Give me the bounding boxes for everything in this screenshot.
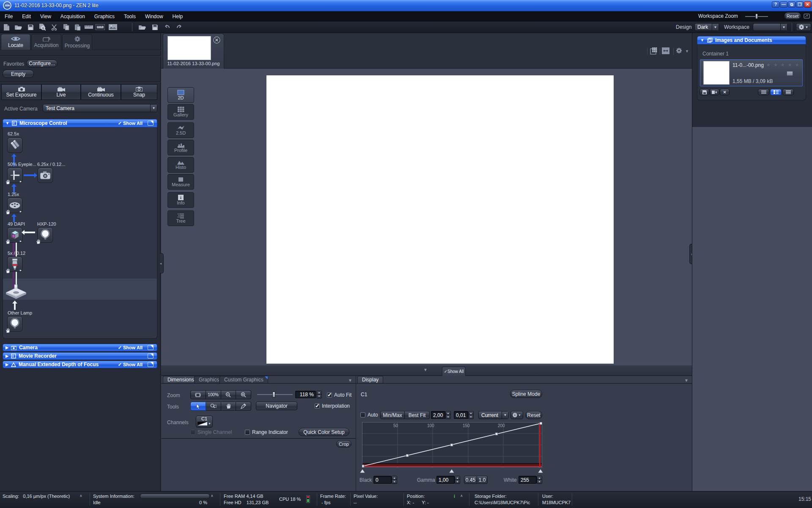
zoom-fit-button[interactable] <box>190 390 206 399</box>
gamma-field[interactable]: 1,00 <box>436 476 455 484</box>
zoom-value-field[interactable]: 118 % <box>295 391 316 398</box>
view-tab-2d[interactable]: 2D <box>167 87 194 103</box>
image-icon[interactable] <box>108 23 118 31</box>
view-settings-gear-icon[interactable] <box>676 48 682 53</box>
view-tab-25d[interactable]: 2.5D <box>167 122 194 138</box>
save-icon[interactable] <box>26 23 35 31</box>
pointer-tool-button[interactable] <box>190 402 206 411</box>
gamma-045-button[interactable]: 0.45 <box>464 476 477 484</box>
navigator-button[interactable]: Navigator <box>256 402 297 410</box>
item-rating-stars[interactable]: ★ ★ ★ ★ ★ <box>766 62 800 68</box>
image-list-item[interactable]: 11-0...-00.png ★ ★ ★ ★ ★ 1,55 MB / 3,09 … <box>700 59 803 86</box>
minimize-button[interactable]: — <box>780 1 787 8</box>
crop-button[interactable]: Crop <box>336 440 351 447</box>
bestfit-button[interactable]: Best Fit <box>405 411 430 419</box>
menu-view[interactable]: View <box>36 14 56 19</box>
single-channel-checkbox[interactable]: Single Channel <box>190 429 232 435</box>
expand-arrow-icon[interactable]: ▶ <box>5 362 8 367</box>
expand-arrow-icon[interactable]: ▶ <box>5 345 8 350</box>
black-field[interactable]: 0 <box>373 476 392 484</box>
ruler-icon[interactable] <box>84 23 93 31</box>
view-mode-compact-button[interactable] <box>782 89 794 95</box>
microscope-show-all[interactable]: ✓ Show All <box>118 121 143 126</box>
current-select[interactable]: Current▼ <box>478 411 509 419</box>
percentile-spinner[interactable]: ▲▼ <box>468 411 474 419</box>
zoom-value-spinner[interactable]: ▲▼ <box>316 391 322 398</box>
tab-custom-graphics[interactable]: Custom Graphics <box>219 376 268 383</box>
display-settings-button[interactable]: ▼ <box>510 411 523 419</box>
white-spinner[interactable]: ▲▼ <box>537 476 542 484</box>
white-slider-handle[interactable] <box>538 469 543 473</box>
scaling-expand-icon[interactable]: ∧ <box>80 494 82 498</box>
active-camera-select[interactable]: Test Camera▼ <box>43 104 157 112</box>
gamma-10-button[interactable]: 1.0 <box>477 476 488 484</box>
save-image-icon[interactable] <box>150 23 159 31</box>
zoom-region-tool-button[interactable] <box>206 402 221 411</box>
gamma-slider-handle[interactable] <box>449 469 455 473</box>
stage-icon[interactable] <box>5 284 27 301</box>
cut-icon[interactable] <box>49 23 59 31</box>
camera-show-all[interactable]: ✓ Show All <box>118 345 143 351</box>
continuous-button[interactable]: Continuous <box>81 84 121 100</box>
help-button[interactable]: ? <box>772 1 779 8</box>
display-dropdown-icon[interactable]: ▼ <box>684 378 689 383</box>
interpolation-checkbox[interactable]: Interpolation <box>315 403 350 409</box>
undo-icon[interactable] <box>162 23 172 31</box>
pan-tool-button[interactable] <box>221 402 236 411</box>
undock-icon[interactable] <box>148 362 154 367</box>
snap-button[interactable]: Snap <box>121 84 157 100</box>
strip-dropdown-icon[interactable]: ▼ <box>423 367 428 372</box>
tab-locate[interactable]: Locate <box>1 34 30 50</box>
filter-wheel-icon[interactable]: ▸ <box>7 198 22 213</box>
zoom-out-button[interactable] <box>221 390 236 399</box>
beamsplitter-icon[interactable]: ▸ <box>7 168 22 183</box>
view-tab-profile[interactable]: Profile <box>167 140 194 155</box>
tab-dimensions[interactable]: Dimensions <box>163 376 199 383</box>
undock-icon[interactable] <box>148 353 154 359</box>
left-splitter-handle[interactable]: ◂ <box>160 253 164 273</box>
restore-button[interactable]: ❐ <box>796 1 804 8</box>
filter-cube-icon[interactable]: ▸ <box>7 227 22 243</box>
workspace-settings-button[interactable]: ▼ <box>796 23 811 31</box>
ruler-box-icon[interactable] <box>96 23 105 31</box>
histogram-curve-area[interactable] <box>362 422 542 468</box>
dock-icon[interactable] <box>804 13 810 19</box>
tab-acquisition[interactable]: Acquisition <box>31 34 61 50</box>
menu-file[interactable]: File <box>0 14 17 19</box>
item-delete-button[interactable]: ✕ <box>720 89 730 95</box>
movie-recorder-panel-header[interactable]: ▶ Movie Recorder <box>3 352 157 360</box>
menu-window[interactable]: Window <box>140 14 168 19</box>
other-lamp-icon[interactable] <box>7 316 22 331</box>
new-document-icon[interactable] <box>2 23 11 31</box>
camera-node-icon[interactable] <box>38 168 53 183</box>
design-select[interactable]: Dark▼ <box>694 23 719 31</box>
find-document-icon[interactable] <box>38 23 47 31</box>
redo-icon[interactable] <box>175 23 184 31</box>
empty-button[interactable]: Empty <box>3 70 34 78</box>
white-field[interactable]: 255 <box>518 476 537 484</box>
item-checkbox[interactable] <box>787 71 793 76</box>
configure-button[interactable]: Configure... <box>26 60 58 67</box>
view-tab-info[interactable]: Info <box>167 192 194 208</box>
camera-panel-header[interactable]: ▶ Camera ✓ Show All <box>3 344 157 351</box>
collapse-arrow-icon[interactable]: ▼ <box>700 38 704 42</box>
workspace-zoom-reset-button[interactable]: Reset <box>784 12 801 19</box>
microscope-control-header[interactable]: ▼ Microscope Control ✓ Show All <box>3 119 157 127</box>
black-slider-handle[interactable] <box>359 469 365 473</box>
zoom-100-button[interactable]: 100% <box>206 390 221 399</box>
status-info-icon[interactable]: i <box>454 494 455 499</box>
objective-icon[interactable]: ▸ <box>7 257 22 272</box>
tab-processing[interactable]: Processing <box>62 34 92 50</box>
collapse-arrow-icon[interactable]: ▼ <box>5 121 9 125</box>
gallery-view-icon[interactable] <box>650 47 658 55</box>
quick-color-setup-button[interactable]: Quick Color Setup <box>299 428 349 436</box>
open-image-icon[interactable] <box>137 23 147 31</box>
tab-display[interactable]: Display <box>357 376 383 383</box>
menu-graphics[interactable]: Graphics <box>90 14 119 19</box>
progress-expand-icon[interactable]: ∧ <box>211 494 214 498</box>
zoom-slider-handle[interactable] <box>272 392 275 398</box>
spline-mode-button[interactable]: Spline Mode <box>510 390 542 398</box>
paste-icon[interactable] <box>73 23 82 31</box>
expand-arrow-icon[interactable]: ▶ <box>5 354 8 358</box>
range-indicator-checkbox[interactable]: Range Indicator <box>245 429 288 435</box>
